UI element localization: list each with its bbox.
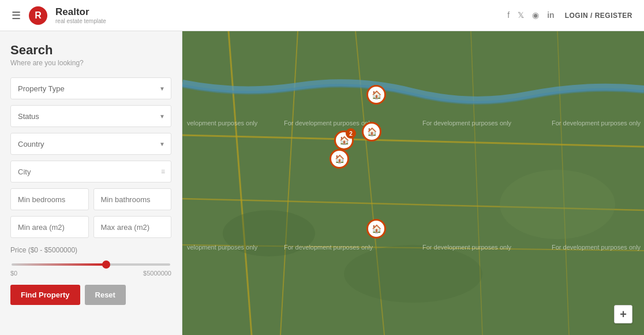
min-bathrooms-wrapper[interactable] xyxy=(93,188,172,210)
property-type-group: Property Type House Apartment Commercial… xyxy=(10,77,171,99)
map-area[interactable]: velopment purposes only For development … xyxy=(182,31,644,335)
brand-name: Realtor xyxy=(55,6,106,18)
marker-5-circle: 🏠 xyxy=(366,219,386,239)
header: ☰ R Realtor real estate template f 𝕏 ◉ i… xyxy=(0,0,644,31)
price-max-label: $5000000 xyxy=(143,270,171,277)
property-type-select[interactable]: Property Type House Apartment Commercial xyxy=(11,84,171,93)
find-property-button[interactable]: Find Property xyxy=(10,285,80,305)
status-group: Status For Sale For Rent ▼ xyxy=(10,105,171,127)
hamburger-menu[interactable]: ☰ xyxy=(12,9,21,22)
area-group xyxy=(10,216,171,238)
marker-4[interactable]: 🏠 xyxy=(330,149,349,169)
social-icons: f 𝕏 ◉ in xyxy=(507,10,554,20)
twitter-icon[interactable]: 𝕏 xyxy=(518,10,524,20)
brand-subtitle: real estate template xyxy=(55,18,106,24)
max-area-input[interactable] xyxy=(94,223,171,232)
reset-button[interactable]: Reset xyxy=(85,285,126,305)
header-right: f 𝕏 ◉ in LOGIN / REGISTER xyxy=(507,10,632,20)
map-background xyxy=(182,31,644,335)
min-area-wrapper[interactable] xyxy=(10,216,89,238)
search-title: Search xyxy=(10,43,171,58)
country-group: Country USA UK ▼ xyxy=(10,133,171,155)
price-min-label: $0 xyxy=(10,270,17,277)
min-bathrooms-input[interactable] xyxy=(94,195,171,204)
status-select-wrapper[interactable]: Status For Sale For Rent ▼ xyxy=(10,105,171,127)
country-select[interactable]: Country USA UK xyxy=(11,140,171,148)
city-list-icon: ≡ xyxy=(161,168,165,176)
facebook-icon[interactable]: f xyxy=(507,10,510,20)
svg-point-11 xyxy=(500,170,615,239)
price-slider[interactable] xyxy=(12,263,170,266)
svg-point-9 xyxy=(223,210,315,256)
min-area-input[interactable] xyxy=(11,223,88,232)
property-type-select-wrapper[interactable]: Property Type House Apartment Commercial… xyxy=(10,77,171,99)
globe-icon[interactable]: ◉ xyxy=(532,10,539,20)
marker-1[interactable]: 🏠 xyxy=(366,85,386,105)
main-content: Search Where are you looking? Property T… xyxy=(0,31,644,335)
status-select[interactable]: Status For Sale For Rent xyxy=(11,112,171,121)
marker-2[interactable]: 🏠 xyxy=(362,122,381,142)
max-area-wrapper[interactable] xyxy=(93,216,172,238)
price-slider-container xyxy=(10,259,171,267)
marker-4-circle: 🏠 xyxy=(330,149,349,169)
sidebar: Search Where are you looking? Property T… xyxy=(0,31,182,335)
country-select-wrapper[interactable]: Country USA UK ▼ xyxy=(10,133,171,155)
header-left: ☰ R Realtor real estate template xyxy=(12,6,106,25)
min-bedrooms-wrapper[interactable] xyxy=(10,188,89,210)
marker-1-circle: 🏠 xyxy=(366,85,386,105)
linkedin-icon[interactable]: in xyxy=(547,10,554,20)
price-section: Price ($0 - $5000000) $0 $5000000 xyxy=(10,246,171,277)
zoom-in-button[interactable]: + xyxy=(614,305,632,323)
city-group: ≡ xyxy=(10,161,171,183)
logo-circle: R xyxy=(29,6,47,25)
price-label: Price ($0 - $5000000) xyxy=(10,246,171,254)
price-range-labels: $0 $5000000 xyxy=(10,270,171,277)
marker-3-badge: 2 xyxy=(346,128,356,139)
action-buttons: Find Property Reset xyxy=(10,285,171,305)
login-register-button[interactable]: LOGIN / REGISTER xyxy=(565,12,632,20)
marker-3[interactable]: 🏠 2 xyxy=(334,131,354,150)
svg-point-10 xyxy=(344,245,482,303)
marker-2-circle: 🏠 xyxy=(362,122,381,142)
city-input-wrapper[interactable]: ≡ xyxy=(10,161,171,183)
brand-text: Realtor real estate template xyxy=(55,6,106,24)
min-bedrooms-input[interactable] xyxy=(11,195,88,204)
bed-bath-group xyxy=(10,188,171,210)
search-subtitle: Where are you looking? xyxy=(10,59,171,67)
city-input[interactable] xyxy=(11,168,171,176)
marker-5[interactable]: 🏠 xyxy=(366,219,386,239)
